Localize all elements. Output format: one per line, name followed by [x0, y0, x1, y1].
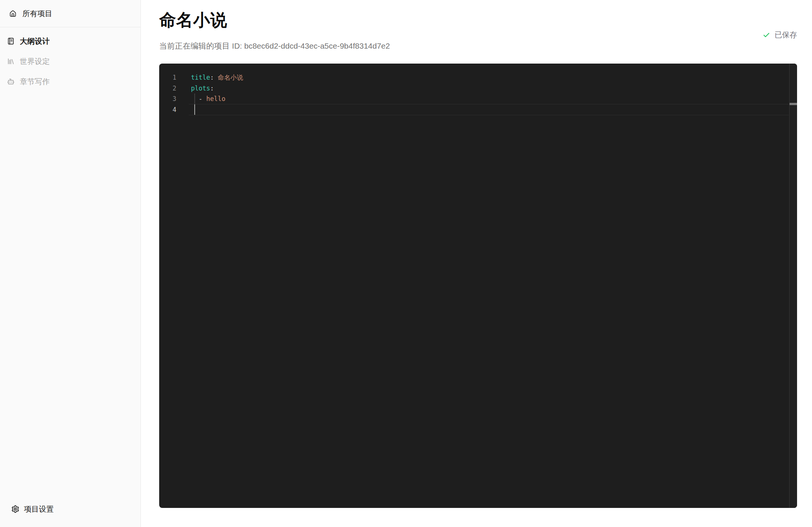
editor-line: 1title: 命名小说 [159, 72, 789, 83]
sidebar: 所有项目 大纲设计世界设定章节写作 项目设置 [0, 0, 141, 527]
settings-icon [11, 505, 19, 513]
home-icon [9, 10, 16, 17]
line-number: 3 [159, 94, 176, 104]
notebook-text-icon [7, 37, 15, 45]
sidebar-item-label: 大纲设计 [20, 36, 50, 46]
editor-scrollbar[interactable] [789, 64, 797, 508]
sidebar-spacer [0, 90, 141, 501]
project-id-subtitle: 当前正在编辑的项目 ID: bc8ec6d2-ddcd-43ec-a5ce-9b… [159, 41, 797, 51]
editor-line: 2plots: [159, 83, 789, 94]
main-content: 命名小说 已保存 当前正在编辑的项目 ID: bc8ec6d2-ddcd-43e… [141, 0, 812, 527]
sidebar-item-project-settings[interactable]: 项目设置 [0, 501, 141, 517]
save-status: 已保存 [763, 30, 797, 40]
line-number: 1 [159, 72, 176, 83]
sidebar-item-world-setting[interactable]: 世界设定 [0, 53, 136, 70]
save-status-label: 已保存 [775, 30, 797, 40]
sidebar-item-label: 世界设定 [20, 56, 50, 67]
editor-line: 3 - hello [159, 94, 789, 104]
sidebar-item-label: 章节写作 [20, 77, 50, 87]
yaml-editor[interactable]: 1title: 命名小说2plots:3 - hello4 [159, 64, 797, 508]
sidebar-nav: 大纲设计世界设定章节写作 [0, 27, 141, 90]
scrollbar-cursor-marker [790, 103, 797, 105]
line-content: - hello [191, 94, 225, 104]
sidebar-item-chapter-writing[interactable]: 章节写作 [0, 73, 136, 90]
line-number: 4 [159, 104, 176, 115]
editor-code-area: 1title: 命名小说2plots:3 - hello4 [159, 72, 789, 115]
app-window: 所有项目 大纲设计世界设定章节写作 项目设置 命名小说 已保存 当前正在编 [0, 0, 812, 527]
bot-icon [7, 78, 15, 85]
sidebar-item-all-projects[interactable]: 所有项目 [0, 0, 141, 27]
page-title: 命名小说 [159, 10, 797, 30]
check-icon [763, 31, 770, 39]
sidebar-item-label: 所有项目 [22, 9, 52, 19]
library-icon [7, 58, 15, 65]
indent-guide [194, 94, 195, 104]
text-cursor [194, 104, 195, 115]
sidebar-item-label: 项目设置 [24, 504, 54, 514]
line-content: title: 命名小说 [191, 72, 243, 83]
sidebar-item-outline-design[interactable]: 大纲设计 [0, 33, 136, 49]
line-number: 2 [159, 83, 176, 94]
line-content: plots: [191, 83, 214, 94]
editor-line: 4 [159, 104, 789, 115]
